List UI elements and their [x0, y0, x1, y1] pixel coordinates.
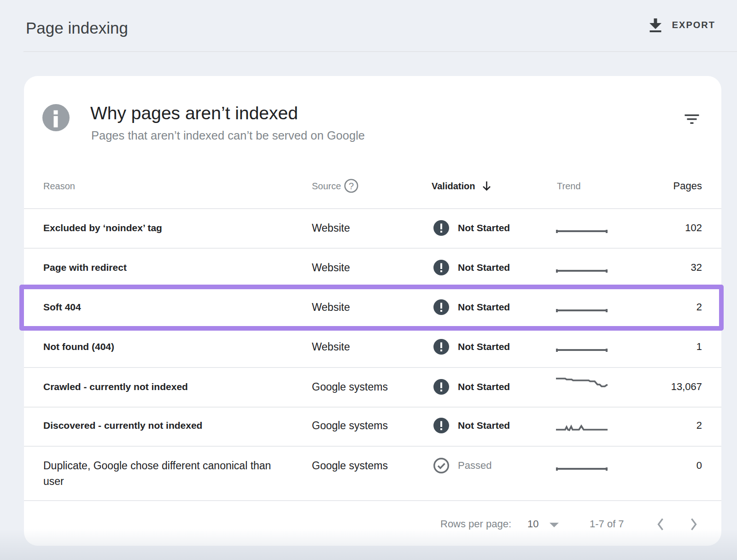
- svg-text:?: ?: [349, 181, 354, 191]
